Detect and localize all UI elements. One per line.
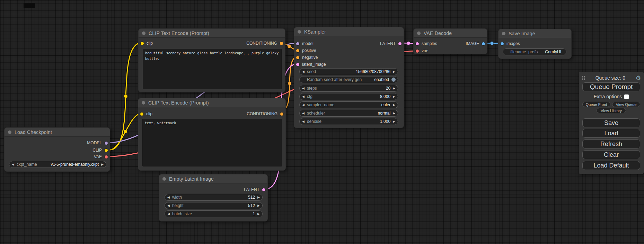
queue-prompt-button[interactable]: Queue Prompt	[582, 82, 640, 91]
collapse-dot-icon[interactable]	[417, 31, 421, 35]
increment-arrow-icon[interactable]: ▶	[393, 87, 395, 90]
clear-button[interactable]: Clear	[582, 150, 640, 159]
input-slot-samples[interactable]: samples	[416, 40, 437, 47]
increment-arrow-icon[interactable]: ▶	[393, 120, 395, 123]
output-slot-latent[interactable]: LATENT	[380, 40, 402, 47]
input-slot-clip[interactable]: clip	[141, 40, 153, 47]
conditioning-port-icon[interactable]	[296, 49, 299, 52]
conditioning-port-icon[interactable]	[296, 56, 299, 59]
collapse-dot-icon[interactable]	[142, 101, 145, 105]
collapse-dot-icon[interactable]	[142, 31, 145, 35]
input-slot-clip[interactable]: clip	[140, 110, 152, 117]
model-port-icon[interactable]	[296, 42, 299, 45]
drag-handle-icon[interactable]	[582, 75, 585, 81]
output-slot-conditioning[interactable]: CONDITIONING	[247, 110, 283, 117]
conditioning-port-icon[interactable]	[280, 112, 283, 116]
decrement-arrow-icon[interactable]: ◀	[167, 196, 170, 199]
load-button[interactable]: Load	[582, 129, 640, 138]
load-default-button[interactable]: Load Default	[582, 161, 640, 170]
decrement-arrow-icon[interactable]: ◀	[302, 87, 305, 90]
prompt-textarea[interactable]: beautiful scenery nature glass bottle la…	[143, 49, 282, 89]
node-save-image[interactable]: Save Image images filename_prefix ComfyU…	[498, 29, 572, 59]
vae-port-icon[interactable]	[105, 155, 108, 159]
widget-seed[interactable]: ◀ seed 156680208700286 ▶	[299, 68, 398, 75]
view-history-button[interactable]: View History	[597, 108, 626, 113]
input-slot-negative[interactable]: negative	[296, 54, 318, 61]
decrement-arrow-icon[interactable]: ◀	[167, 213, 170, 216]
output-slot-clip[interactable]: CLIP	[92, 147, 108, 154]
view-queue-button[interactable]: View Queue	[612, 102, 640, 107]
node-title-bar[interactable]: CLIP Text Encode (Prompt)	[138, 98, 285, 107]
decrement-arrow-icon[interactable]: ◀	[302, 103, 305, 107]
collapse-dot-icon[interactable]	[162, 177, 166, 181]
increment-arrow-icon[interactable]: ▶	[101, 163, 104, 166]
decrement-arrow-icon[interactable]: ◀	[167, 204, 170, 207]
output-slot-model[interactable]: MODEL	[87, 139, 108, 146]
widget-random-seed-toggle[interactable]: Random seed after every gen enabled	[299, 76, 398, 83]
node-title-bar[interactable]: VAE Decode	[414, 29, 487, 38]
increment-arrow-icon[interactable]: ▶	[393, 103, 395, 107]
node-title-bar[interactable]: Empty Latent Image	[159, 174, 267, 183]
decrement-arrow-icon[interactable]: ◀	[302, 70, 305, 73]
latent-port-icon[interactable]	[262, 188, 265, 191]
prompt-textarea[interactable]: text, watermark	[142, 119, 282, 166]
increment-arrow-icon[interactable]: ▶	[257, 204, 260, 207]
clip-port-icon[interactable]	[140, 112, 143, 116]
decrement-arrow-icon[interactable]: ◀	[302, 112, 305, 115]
increment-arrow-icon[interactable]: ▶	[393, 112, 395, 115]
queue-front-button[interactable]: Queue Front	[582, 102, 610, 107]
widget-cfg[interactable]: ◀ cfg 8.000 ▶	[299, 93, 398, 100]
image-port-icon[interactable]	[501, 42, 504, 45]
node-clip-text-encode-positive[interactable]: CLIP Text Encode (Prompt) clip CONDITION…	[138, 28, 285, 92]
increment-arrow-icon[interactable]: ▶	[257, 213, 260, 216]
widget-steps[interactable]: ◀ steps 20 ▶	[299, 85, 398, 92]
input-slot-positive[interactable]: positive	[296, 47, 316, 54]
increment-arrow-icon[interactable]: ▶	[257, 196, 260, 199]
node-title-bar[interactable]: KSampler	[294, 27, 404, 36]
decrement-arrow-icon[interactable]: ◀	[302, 95, 305, 98]
refresh-button[interactable]: Refresh	[582, 139, 640, 148]
collapse-dot-icon[interactable]	[298, 30, 301, 34]
widget-denoise[interactable]: ◀ denoise 1.000 ▶	[299, 118, 398, 125]
widget-height[interactable]: ◀ height 512 ▶	[165, 202, 263, 209]
image-port-icon[interactable]	[482, 42, 485, 45]
latent-port-icon[interactable]	[416, 42, 419, 45]
vae-port-icon[interactable]	[416, 49, 419, 53]
output-slot-image[interactable]: IMAGE	[466, 40, 485, 47]
node-empty-latent-image[interactable]: Empty Latent Image LATENT ◀ width 512 ▶ …	[159, 174, 268, 222]
input-slot-latent-image[interactable]: latent_image	[296, 61, 326, 68]
clip-port-icon[interactable]	[105, 149, 108, 152]
save-button[interactable]: Save	[582, 118, 640, 127]
node-clip-text-encode-negative[interactable]: CLIP Text Encode (Prompt) clip CONDITION…	[138, 98, 286, 171]
increment-arrow-icon[interactable]: ▶	[393, 95, 395, 98]
conditioning-port-icon[interactable]	[280, 42, 283, 45]
widget-width[interactable]: ◀ width 512 ▶	[165, 194, 263, 201]
widget-batch-size[interactable]: ◀ batch_size 1 ▶	[165, 210, 263, 217]
output-slot-conditioning[interactable]: CONDITIONING	[246, 40, 283, 47]
latent-port-icon[interactable]	[296, 63, 299, 66]
decrement-arrow-icon[interactable]: ◀	[302, 120, 305, 123]
settings-gear-icon[interactable]: ⚙	[636, 75, 641, 81]
node-ksampler[interactable]: KSampler model positive negative latent_…	[294, 27, 404, 128]
widget-sampler-name[interactable]: ◀ sampler_name euler ▶	[299, 101, 398, 108]
clip-port-icon[interactable]	[141, 42, 144, 45]
increment-arrow-icon[interactable]: ▶	[393, 70, 395, 73]
input-slot-model[interactable]: model	[296, 40, 314, 47]
input-slot-vae[interactable]: vae	[416, 47, 428, 54]
output-slot-latent[interactable]: LATENT	[244, 186, 265, 193]
decrement-arrow-icon[interactable]: ◀	[12, 163, 14, 166]
collapse-dot-icon[interactable]	[8, 130, 11, 134]
output-slot-vae[interactable]: VAE	[94, 153, 108, 160]
node-title-bar[interactable]: CLIP Text Encode (Prompt)	[139, 29, 285, 38]
node-title-bar[interactable]: Save Image	[499, 29, 571, 38]
model-port-icon[interactable]	[105, 142, 108, 145]
input-slot-images[interactable]: images	[501, 40, 520, 47]
widget-ckpt-name[interactable]: ◀ ckpt_name v1-5-pruned-emaonly.ckpt ▶	[9, 161, 106, 168]
collapse-dot-icon[interactable]	[502, 32, 505, 35]
node-vae-decode[interactable]: VAE Decode samples vae IMAGE	[413, 28, 487, 54]
latent-port-icon[interactable]	[398, 42, 402, 45]
node-title-bar[interactable]: Load Checkpoint	[5, 128, 110, 137]
widget-filename-prefix[interactable]: filename_prefix ComfyUI	[503, 48, 566, 55]
toggle-enabled-icon[interactable]	[391, 78, 396, 82]
node-load-checkpoint[interactable]: Load Checkpoint MODEL CLIP VAE ◀ ckpt_na…	[4, 127, 110, 172]
